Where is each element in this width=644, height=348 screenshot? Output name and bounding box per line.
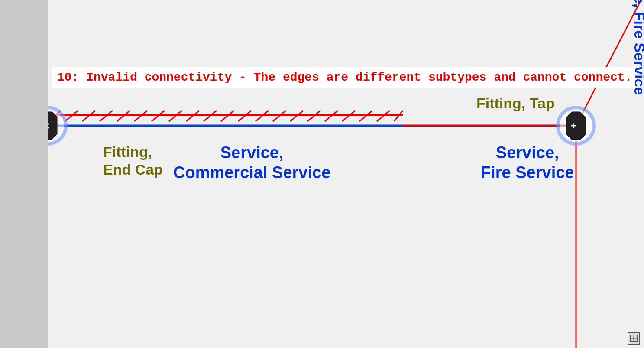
- svg-line-14: [238, 111, 251, 121]
- svg-line-13: [221, 111, 234, 121]
- svg-line-17: [290, 111, 303, 121]
- svg-line-15: [256, 111, 269, 121]
- svg-line-11: [186, 111, 199, 121]
- svg-line-10: [169, 111, 182, 121]
- svg-text:+: +: [571, 120, 576, 131]
- service-commercial-label: Service, Commercial Service: [173, 143, 330, 182]
- svg-text:C: C: [48, 120, 49, 131]
- svg-line-9: [152, 111, 165, 121]
- error-text: 10: Invalid connectivity - The edges are…: [57, 71, 632, 84]
- svg-line-12: [204, 111, 217, 121]
- svg-line-7: [117, 111, 130, 121]
- svg-line-22: [377, 111, 390, 121]
- fitting-tap-label: Fitting, Tap: [476, 94, 555, 112]
- fitting-endcap-label: Fitting, End Cap: [103, 143, 163, 179]
- svg-line-21: [359, 111, 372, 121]
- svg-line-19: [325, 111, 338, 121]
- service-fire-label: Service, Fire Service: [481, 143, 574, 182]
- corner-icon-svg: [629, 334, 638, 343]
- corner-icon: [628, 332, 640, 345]
- svg-line-18: [307, 111, 320, 121]
- svg-line-5: [82, 111, 95, 121]
- sidebar-strip: [0, 0, 48, 348]
- svg-line-8: [134, 111, 147, 121]
- error-banner: 10: Invalid connectivity - The edges are…: [52, 67, 635, 88]
- svg-line-4: [65, 111, 78, 121]
- svg-line-16: [273, 111, 286, 121]
- svg-line-23: [394, 111, 403, 121]
- svg-line-6: [100, 111, 113, 121]
- map-area: C + 10: Invalid connectivity - The edges…: [48, 0, 644, 348]
- svg-line-20: [342, 111, 355, 121]
